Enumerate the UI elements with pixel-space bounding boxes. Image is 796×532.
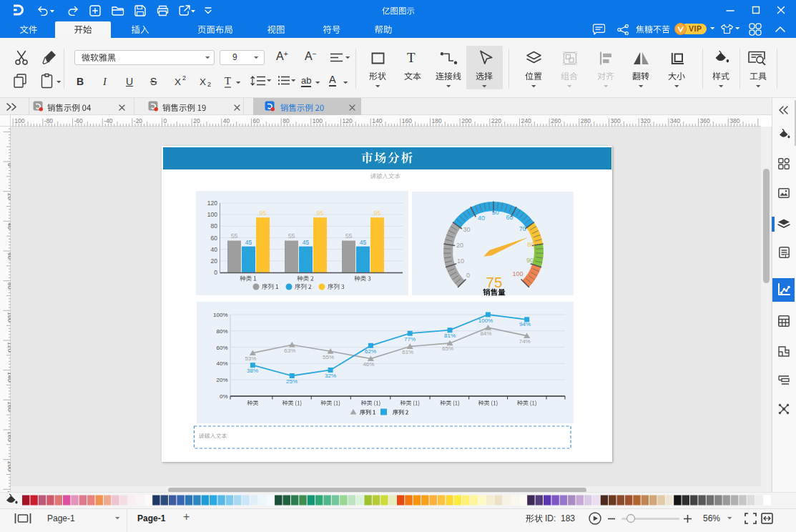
svg-text:95: 95 xyxy=(260,210,267,217)
svg-text:60: 60 xyxy=(253,117,260,124)
svg-text:-60: -60 xyxy=(74,117,84,124)
svg-text:120: 120 xyxy=(207,200,217,207)
svg-text:94%: 94% xyxy=(519,321,531,327)
svg-text:320: 320 xyxy=(640,117,650,124)
svg-text:90: 90 xyxy=(526,257,534,264)
svg-text:40: 40 xyxy=(211,246,218,253)
svg-text:10: 10 xyxy=(457,257,464,265)
svg-text:80%: 80% xyxy=(216,328,227,335)
svg-text:-80: -80 xyxy=(44,117,54,124)
svg-text:100: 100 xyxy=(313,117,323,124)
svg-text:160: 160 xyxy=(402,117,412,124)
svg-text:60: 60 xyxy=(506,214,513,221)
svg-text:380: 380 xyxy=(729,117,740,124)
svg-text:45: 45 xyxy=(245,239,252,246)
svg-text:80: 80 xyxy=(211,222,218,230)
svg-text:46%: 46% xyxy=(363,361,374,368)
svg-text:74%: 74% xyxy=(519,338,531,345)
svg-text:140: 140 xyxy=(372,117,382,124)
svg-text:20: 20 xyxy=(193,117,200,124)
svg-text:84%: 84% xyxy=(480,330,491,337)
svg-text:38%: 38% xyxy=(247,368,258,374)
svg-text:32%: 32% xyxy=(325,373,336,379)
svg-text:40: 40 xyxy=(223,117,230,124)
svg-text:0: 0 xyxy=(164,117,167,124)
svg-text:300: 300 xyxy=(611,117,621,124)
svg-text:80: 80 xyxy=(527,241,534,248)
svg-text:100: 100 xyxy=(14,117,24,124)
svg-text:80: 80 xyxy=(282,117,290,124)
svg-text:62%: 62% xyxy=(365,348,376,355)
svg-text:100: 100 xyxy=(512,270,523,277)
svg-text:55: 55 xyxy=(288,232,295,240)
svg-text:81%: 81% xyxy=(444,332,456,339)
svg-text:20%: 20% xyxy=(216,377,227,383)
svg-text:77%: 77% xyxy=(404,336,416,343)
svg-text:60: 60 xyxy=(211,235,218,242)
svg-text:55: 55 xyxy=(231,232,238,240)
svg-text:100%: 100% xyxy=(478,317,493,324)
svg-text:260: 260 xyxy=(551,117,561,124)
svg-text:53%: 53% xyxy=(245,355,256,362)
svg-text:55: 55 xyxy=(345,232,353,240)
svg-text:55%: 55% xyxy=(323,354,334,360)
svg-text:40%: 40% xyxy=(216,360,227,367)
svg-text:95: 95 xyxy=(317,210,324,217)
svg-text:30: 30 xyxy=(463,226,471,233)
svg-text:63%: 63% xyxy=(284,348,295,354)
svg-text:280: 280 xyxy=(581,117,591,124)
svg-text:0: 0 xyxy=(214,269,217,276)
svg-text:25%: 25% xyxy=(286,378,298,385)
svg-text:60%: 60% xyxy=(216,345,227,351)
svg-text:20: 20 xyxy=(456,242,463,249)
svg-text:95: 95 xyxy=(374,210,381,217)
svg-text:120: 120 xyxy=(343,117,353,124)
svg-text:360: 360 xyxy=(700,117,710,124)
svg-text:40: 40 xyxy=(478,215,485,222)
svg-text:180: 180 xyxy=(432,117,442,124)
svg-text:100: 100 xyxy=(207,211,217,218)
svg-text:240: 240 xyxy=(521,117,531,124)
svg-text:70: 70 xyxy=(519,225,526,232)
svg-text:0%: 0% xyxy=(220,393,228,400)
svg-text:340: 340 xyxy=(670,117,680,124)
svg-text:65%: 65% xyxy=(442,345,453,352)
svg-text:45: 45 xyxy=(360,239,367,246)
svg-text:-40: -40 xyxy=(104,117,113,124)
svg-text:61%: 61% xyxy=(402,349,413,355)
svg-text:50: 50 xyxy=(492,209,499,216)
svg-text:0: 0 xyxy=(466,272,470,279)
svg-text:220: 220 xyxy=(491,117,501,124)
svg-text:20: 20 xyxy=(211,257,218,265)
svg-text:45: 45 xyxy=(303,239,310,246)
svg-text:-20: -20 xyxy=(134,117,143,124)
svg-text:75: 75 xyxy=(486,274,503,290)
svg-text:100%: 100% xyxy=(213,312,227,318)
svg-text:200: 200 xyxy=(461,117,471,124)
